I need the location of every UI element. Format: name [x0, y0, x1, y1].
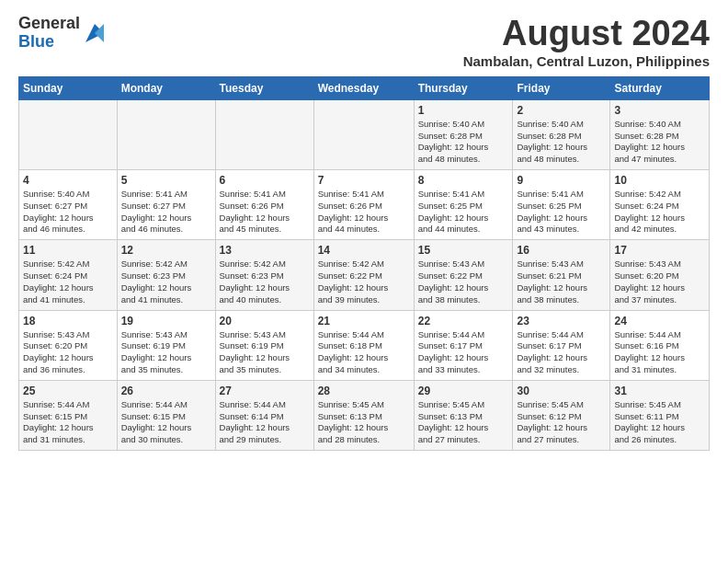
month-title: August 2024: [463, 15, 710, 53]
col-header-monday: Monday: [117, 76, 215, 99]
col-header-thursday: Thursday: [414, 76, 513, 99]
day-number: 14: [318, 244, 410, 257]
calendar-cell: 26Sunrise: 5:44 AM Sunset: 6:15 PM Dayli…: [117, 380, 215, 450]
logo: General Blue: [18, 15, 108, 52]
day-info: Sunrise: 5:44 AM Sunset: 6:17 PM Dayligh…: [418, 329, 509, 376]
day-info: Sunrise: 5:42 AM Sunset: 6:23 PM Dayligh…: [220, 259, 310, 305]
day-info: Sunrise: 5:41 AM Sunset: 6:25 PM Dayligh…: [418, 189, 509, 236]
calendar-cell: 5Sunrise: 5:41 AM Sunset: 6:27 PM Daylig…: [117, 170, 215, 240]
day-info: Sunrise: 5:43 AM Sunset: 6:19 PM Dayligh…: [220, 329, 310, 376]
week-row-4: 18Sunrise: 5:43 AM Sunset: 6:20 PM Dayli…: [19, 310, 710, 380]
calendar-cell: 10Sunrise: 5:42 AM Sunset: 6:24 PM Dayli…: [610, 170, 710, 240]
calendar-table: SundayMondayTuesdayWednesdayThursdayFrid…: [18, 76, 710, 451]
day-info: Sunrise: 5:41 AM Sunset: 6:26 PM Dayligh…: [318, 189, 410, 236]
col-header-saturday: Saturday: [610, 76, 710, 99]
day-info: Sunrise: 5:40 AM Sunset: 6:28 PM Dayligh…: [517, 119, 606, 166]
calendar-cell: 29Sunrise: 5:45 AM Sunset: 6:13 PM Dayli…: [414, 380, 513, 450]
day-number: 29: [418, 385, 509, 397]
day-info: Sunrise: 5:45 AM Sunset: 6:11 PM Dayligh…: [614, 399, 705, 446]
day-number: 9: [517, 174, 606, 187]
day-number: 8: [418, 174, 509, 187]
calendar-cell: 15Sunrise: 5:43 AM Sunset: 6:22 PM Dayli…: [414, 240, 513, 310]
col-header-friday: Friday: [513, 76, 610, 99]
week-row-3: 11Sunrise: 5:42 AM Sunset: 6:24 PM Dayli…: [19, 240, 710, 310]
day-info: Sunrise: 5:43 AM Sunset: 6:20 PM Dayligh…: [614, 259, 705, 305]
calendar-cell: 14Sunrise: 5:42 AM Sunset: 6:22 PM Dayli…: [313, 240, 414, 310]
day-number: 15: [418, 244, 509, 257]
day-info: Sunrise: 5:45 AM Sunset: 6:12 PM Dayligh…: [517, 399, 606, 446]
day-info: Sunrise: 5:43 AM Sunset: 6:21 PM Dayligh…: [517, 259, 606, 305]
day-number: 5: [121, 174, 211, 187]
week-row-5: 25Sunrise: 5:44 AM Sunset: 6:15 PM Dayli…: [19, 380, 710, 450]
calendar-cell: 27Sunrise: 5:44 AM Sunset: 6:14 PM Dayli…: [215, 380, 313, 450]
day-info: Sunrise: 5:45 AM Sunset: 6:13 PM Dayligh…: [318, 399, 410, 446]
day-number: 20: [220, 315, 310, 327]
calendar-cell: 9Sunrise: 5:41 AM Sunset: 6:25 PM Daylig…: [513, 170, 610, 240]
day-number: 26: [121, 385, 211, 397]
calendar-cell: 3Sunrise: 5:40 AM Sunset: 6:28 PM Daylig…: [610, 99, 710, 169]
col-header-wednesday: Wednesday: [313, 76, 414, 99]
day-info: Sunrise: 5:42 AM Sunset: 6:22 PM Dayligh…: [318, 259, 410, 305]
day-info: Sunrise: 5:40 AM Sunset: 6:28 PM Dayligh…: [418, 119, 509, 166]
calendar-cell: [19, 99, 118, 169]
calendar-cell: 6Sunrise: 5:41 AM Sunset: 6:26 PM Daylig…: [215, 170, 313, 240]
day-info: Sunrise: 5:41 AM Sunset: 6:26 PM Dayligh…: [220, 189, 310, 236]
day-number: 13: [220, 244, 310, 257]
day-number: 7: [318, 174, 410, 187]
header-row: SundayMondayTuesdayWednesdayThursdayFrid…: [19, 76, 710, 99]
calendar-cell: [117, 99, 215, 169]
day-number: 24: [614, 315, 705, 327]
calendar-cell: 28Sunrise: 5:45 AM Sunset: 6:13 PM Dayli…: [313, 380, 414, 450]
calendar-cell: 21Sunrise: 5:44 AM Sunset: 6:18 PM Dayli…: [313, 310, 414, 380]
calendar-cell: 13Sunrise: 5:42 AM Sunset: 6:23 PM Dayli…: [215, 240, 313, 310]
day-info: Sunrise: 5:42 AM Sunset: 6:24 PM Dayligh…: [614, 189, 705, 236]
day-info: Sunrise: 5:44 AM Sunset: 6:16 PM Dayligh…: [614, 329, 705, 376]
week-row-1: 1Sunrise: 5:40 AM Sunset: 6:28 PM Daylig…: [19, 99, 710, 169]
logo-blue-text: Blue: [18, 32, 54, 51]
calendar-cell: 20Sunrise: 5:43 AM Sunset: 6:19 PM Dayli…: [215, 310, 313, 380]
week-row-2: 4Sunrise: 5:40 AM Sunset: 6:27 PM Daylig…: [19, 170, 710, 240]
day-number: 1: [418, 104, 509, 117]
day-number: 17: [614, 244, 705, 257]
day-number: 23: [517, 315, 606, 327]
calendar-cell: 11Sunrise: 5:42 AM Sunset: 6:24 PM Dayli…: [19, 240, 118, 310]
day-info: Sunrise: 5:44 AM Sunset: 6:14 PM Dayligh…: [220, 399, 310, 446]
day-info: Sunrise: 5:43 AM Sunset: 6:22 PM Dayligh…: [418, 259, 509, 305]
logo-general-text: General: [18, 14, 80, 32]
day-number: 31: [614, 385, 705, 397]
calendar-cell: [215, 99, 313, 169]
col-header-tuesday: Tuesday: [215, 76, 313, 99]
calendar-cell: 7Sunrise: 5:41 AM Sunset: 6:26 PM Daylig…: [313, 170, 414, 240]
day-number: 25: [23, 385, 113, 397]
calendar-cell: 30Sunrise: 5:45 AM Sunset: 6:12 PM Dayli…: [513, 380, 610, 450]
day-info: Sunrise: 5:41 AM Sunset: 6:25 PM Dayligh…: [517, 189, 606, 236]
logo-icon: [82, 20, 108, 46]
col-header-sunday: Sunday: [19, 76, 118, 99]
day-info: Sunrise: 5:44 AM Sunset: 6:17 PM Dayligh…: [517, 329, 606, 376]
calendar-cell: 23Sunrise: 5:44 AM Sunset: 6:17 PM Dayli…: [513, 310, 610, 380]
calendar-cell: 24Sunrise: 5:44 AM Sunset: 6:16 PM Dayli…: [610, 310, 710, 380]
day-number: 10: [614, 174, 705, 187]
calendar-cell: 31Sunrise: 5:45 AM Sunset: 6:11 PM Dayli…: [610, 380, 710, 450]
title-section: August 2024 Nambalan, Central Luzon, Phi…: [463, 15, 710, 69]
day-info: Sunrise: 5:40 AM Sunset: 6:28 PM Dayligh…: [614, 119, 705, 166]
header: General Blue August 2024 Nambalan, Centr…: [18, 15, 710, 69]
day-number: 6: [220, 174, 310, 187]
day-info: Sunrise: 5:41 AM Sunset: 6:27 PM Dayligh…: [121, 189, 211, 236]
day-info: Sunrise: 5:42 AM Sunset: 6:23 PM Dayligh…: [121, 259, 211, 305]
calendar-cell: 18Sunrise: 5:43 AM Sunset: 6:20 PM Dayli…: [19, 310, 118, 380]
calendar-cell: 2Sunrise: 5:40 AM Sunset: 6:28 PM Daylig…: [513, 99, 610, 169]
day-number: 27: [220, 385, 310, 397]
calendar-cell: 25Sunrise: 5:44 AM Sunset: 6:15 PM Dayli…: [19, 380, 118, 450]
day-info: Sunrise: 5:43 AM Sunset: 6:20 PM Dayligh…: [23, 329, 113, 376]
calendar-cell: 1Sunrise: 5:40 AM Sunset: 6:28 PM Daylig…: [414, 99, 513, 169]
calendar-cell: 8Sunrise: 5:41 AM Sunset: 6:25 PM Daylig…: [414, 170, 513, 240]
day-number: 3: [614, 104, 705, 117]
day-number: 28: [318, 385, 410, 397]
day-number: 12: [121, 244, 211, 257]
day-number: 21: [318, 315, 410, 327]
day-number: 16: [517, 244, 606, 257]
day-number: 2: [517, 104, 606, 117]
calendar-cell: [313, 99, 414, 169]
day-number: 19: [121, 315, 211, 327]
